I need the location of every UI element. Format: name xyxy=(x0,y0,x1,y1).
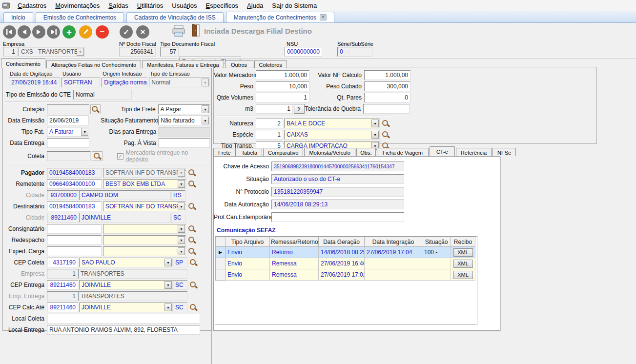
natureza-code-field[interactable]: 2 xyxy=(256,119,283,128)
exped-carga-search-icon[interactable] xyxy=(188,247,196,255)
tab-manutencao-conhecimentos[interactable]: Manutenção de Conhecimentos ✕ xyxy=(226,12,334,22)
menu-item-ajuda[interactable]: Ajuda xyxy=(243,0,267,11)
dropdown-arrow-icon[interactable]: ▼ xyxy=(178,180,185,188)
prev-record-button[interactable] xyxy=(18,25,31,39)
tab-cadastro-vinculacao-iss[interactable]: Cadastro de Vinculação de ISS xyxy=(126,12,224,22)
tab-tabela[interactable]: Tabela xyxy=(237,148,262,156)
cep-calc-field[interactable]: 89211460 xyxy=(47,303,78,312)
mercadoria-checkbox[interactable]: ✓ xyxy=(117,153,123,160)
dropdown-arrow-icon[interactable]: ▼ xyxy=(178,247,185,255)
cep-coleta-field[interactable]: 4317190 xyxy=(47,258,78,267)
docto-field[interactable]: 2566341 xyxy=(120,47,156,57)
cep-coleta-cidade-combo[interactable]: SAO PAULO▼ xyxy=(79,258,173,267)
sefaz-row[interactable]: Envio Remessa 27/06/2019 17:02 XML xyxy=(216,269,475,281)
dropdown-arrow-icon[interactable]: ▼ xyxy=(164,281,172,289)
tab-cte[interactable]: CT-e xyxy=(430,146,455,156)
menu-item-saidas[interactable]: Saídas xyxy=(104,0,132,11)
pagador-search-icon[interactable] xyxy=(188,169,196,177)
next-record-button[interactable] xyxy=(32,25,45,39)
consignatario-search-icon[interactable] xyxy=(188,225,196,233)
especie-combo[interactable]: CAIXAS▼ xyxy=(284,130,380,140)
chave-acesso-field[interactable]: 3519068982391800014457000002566341176015… xyxy=(271,162,404,171)
data-autorizacao-field[interactable]: 14/06/2018 08:29:13 xyxy=(271,200,404,209)
especie-code-field[interactable]: 1 xyxy=(256,130,283,140)
xml-button[interactable]: XML xyxy=(453,271,473,279)
dropdown-arrow-icon[interactable]: ▼ xyxy=(178,236,185,244)
tipo-emissao-combo[interactable]: Normal▼ xyxy=(149,78,210,87)
sum-button[interactable]: Σ xyxy=(294,104,305,114)
cep-entrega-cidade-combo[interactable]: JOINVILLE▼ xyxy=(79,280,173,290)
dropdown-arrow-icon[interactable]: ▼ xyxy=(202,79,209,86)
especie-search-icon[interactable] xyxy=(382,131,390,139)
tab-ficha-viagem[interactable]: Ficha de Viagem xyxy=(377,148,429,156)
protocolo-field[interactable]: 135181220359947 xyxy=(271,187,404,197)
cep-entrega-field[interactable]: 89211460 xyxy=(47,280,78,290)
remetente-search-icon[interactable] xyxy=(188,180,196,188)
menu-item-utilitarios[interactable]: Utilitários xyxy=(133,0,167,11)
dropdown-arrow-icon[interactable]: ▼ xyxy=(164,259,172,266)
tipo-fat-combo[interactable]: A Faturar▼ xyxy=(47,127,89,137)
menu-item-especificos[interactable]: Específicos xyxy=(202,0,243,11)
first-record-button[interactable] xyxy=(3,25,16,39)
tolerancia-field[interactable] xyxy=(363,104,410,114)
pagador-code-field[interactable]: 00194584000183 xyxy=(47,168,102,178)
qt-pares-field[interactable]: 0 xyxy=(364,93,410,102)
dropdown-arrow-icon[interactable]: ▼ xyxy=(178,169,185,177)
coleta-field[interactable] xyxy=(47,151,91,161)
valor-nf-field[interactable]: 1.000,00 xyxy=(364,70,410,80)
natureza-search-icon[interactable] xyxy=(382,120,390,127)
tab-manifestos[interactable]: Manifestos, Faturas e Entrega xyxy=(142,60,224,68)
cotacao-field[interactable] xyxy=(47,104,89,114)
pagador-combo[interactable]: SOFTRAN INF DO TRANSP LTDA▼ xyxy=(103,168,186,178)
digitacao-field[interactable]: 27/06/2019 16:44 xyxy=(9,78,60,87)
print-button[interactable] xyxy=(172,25,185,39)
edit-record-button[interactable] xyxy=(79,25,92,39)
cancel-button[interactable]: × xyxy=(136,25,149,39)
dropdown-arrow-icon[interactable]: ▼ xyxy=(178,225,185,233)
dropdown-arrow-icon[interactable]: ▼ xyxy=(371,120,379,127)
local-entrega-field[interactable]: RUA ANTONIO RAMOS ALVIM, 892, FLORESTA xyxy=(47,325,200,335)
cep-calc-search-icon[interactable] xyxy=(189,303,197,311)
tipo-emissao-cte-field[interactable]: Normal xyxy=(73,90,132,100)
qtde-volumes-field[interactable]: 1 xyxy=(256,93,309,102)
sefaz-row[interactable]: Envio Remessa 27/06/2019 16:46 XML xyxy=(216,258,475,269)
tab-frete[interactable]: Frete xyxy=(213,148,236,156)
dropdown-arrow-icon[interactable]: ▼ xyxy=(202,105,209,113)
usuario-field[interactable]: SOFTRAN xyxy=(62,78,100,87)
delete-record-button[interactable]: − xyxy=(96,25,109,39)
confirm-button[interactable]: ✓ xyxy=(120,25,133,39)
destinatario-search-icon[interactable] xyxy=(188,202,196,210)
serie-field[interactable]: 0 - xyxy=(337,47,372,57)
data-entrega-field[interactable] xyxy=(47,138,89,148)
pag-vista-field[interactable] xyxy=(159,138,210,148)
consignatario-code-field[interactable] xyxy=(47,224,102,234)
dropdown-arrow-icon[interactable]: ▼ xyxy=(178,202,185,210)
cep-entrega-search-icon[interactable] xyxy=(189,281,197,289)
remetente-combo[interactable]: BEST BOX EMB LTDA▼ xyxy=(103,179,186,189)
dropdown-arrow-icon[interactable]: ▼ xyxy=(81,128,88,136)
sefaz-row[interactable]: ▶ Envio Retorno 14/06/2018 08:29 27/06/2… xyxy=(216,247,475,258)
cep-calc-cidade-combo[interactable]: JOINVILLE▼ xyxy=(79,303,173,312)
m3-field[interactable]: 1 xyxy=(256,104,293,114)
local-coleta-field[interactable] xyxy=(47,314,200,324)
tab-conhecimento[interactable]: Conhecimento xyxy=(1,59,45,68)
tab-inicio[interactable]: Início xyxy=(3,12,33,22)
dropdown-arrow-icon[interactable]: ▼ xyxy=(164,303,172,311)
coleta-search-button[interactable] xyxy=(92,151,103,161)
tipodoc-code-field[interactable]: 57 xyxy=(160,47,179,57)
valor-mercadoria-field[interactable]: 1.000,00 xyxy=(256,70,309,80)
cep-coleta-search-icon[interactable] xyxy=(189,259,197,266)
natureza-combo[interactable]: BALA E DOCE▼ xyxy=(284,119,380,128)
exit-button[interactable] xyxy=(192,24,200,38)
empresa-code-field[interactable]: 1 xyxy=(3,47,18,57)
tab-emissao-conhecimentos[interactable]: Emissão de Conhecimentos xyxy=(36,12,124,22)
menu-item-cadastros[interactable]: Cadastros xyxy=(13,0,51,11)
last-record-button[interactable] xyxy=(47,25,60,39)
redespacho-code-field[interactable] xyxy=(47,235,102,245)
remetente-code-field[interactable]: 09664934000100 xyxy=(47,179,102,189)
peso-cubado-field[interactable]: 300,000 xyxy=(364,81,410,91)
tab-nfse[interactable]: NFSe xyxy=(492,148,516,156)
destinatario-code-field[interactable]: 00194584000183 xyxy=(47,202,102,211)
add-record-button[interactable]: + xyxy=(62,25,76,39)
origem-field[interactable]: Digitação normal xyxy=(102,78,147,87)
